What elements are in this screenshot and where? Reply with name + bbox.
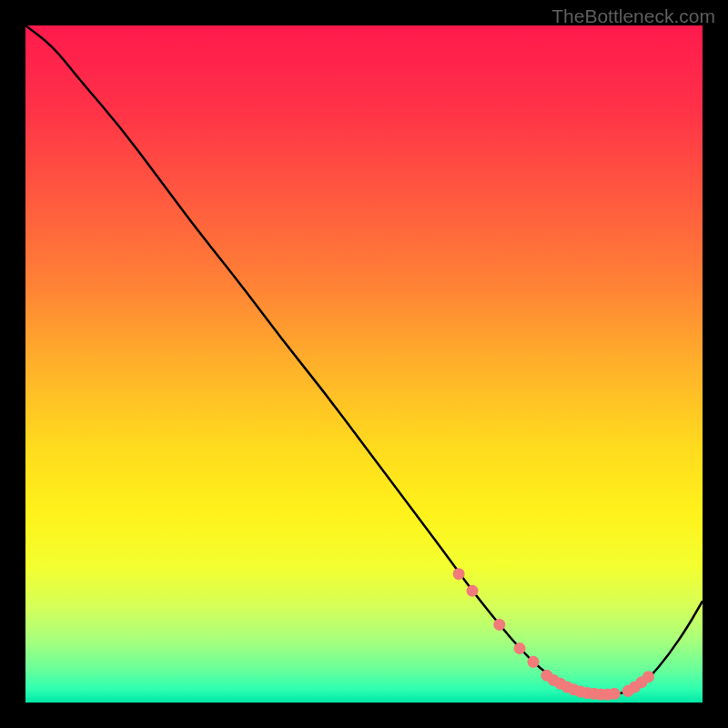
curve-marker	[493, 619, 505, 631]
curve-marker	[609, 688, 621, 700]
watermark-text: TheBottleneck.com	[551, 5, 715, 27]
curve-marker	[642, 671, 654, 682]
chart-plot-area	[25, 25, 703, 703]
chart-svg	[25, 25, 703, 703]
curve-marker	[528, 656, 540, 668]
curve-marker	[453, 568, 465, 580]
curve-marker	[514, 642, 526, 654]
chart-background	[25, 25, 703, 703]
curve-marker	[467, 585, 479, 597]
